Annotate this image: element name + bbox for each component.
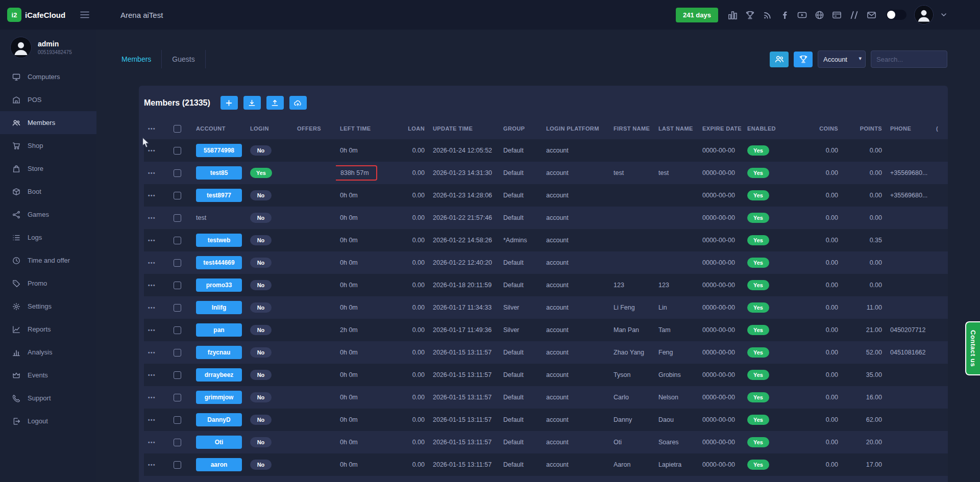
menu-toggle-icon[interactable] xyxy=(80,11,89,18)
cell-first_name: test xyxy=(609,162,654,184)
import-members-button[interactable] xyxy=(243,96,261,110)
sidebar-item-support[interactable]: Support xyxy=(0,387,96,410)
account-button[interactable]: DannyD xyxy=(196,413,242,426)
account-button[interactable]: fzycnau xyxy=(196,346,242,359)
row-checkbox[interactable] xyxy=(174,169,181,177)
sidebar-item-events[interactable]: Events xyxy=(0,364,96,387)
cell-group: Default xyxy=(499,274,542,296)
tab-guests[interactable]: Guests xyxy=(162,50,205,68)
cell-login: No xyxy=(246,453,293,476)
row-actions-icon[interactable]: ••• xyxy=(148,417,156,423)
row-checkbox[interactable] xyxy=(174,461,181,469)
account-button[interactable]: lnlifg xyxy=(196,301,242,314)
row-actions-icon[interactable]: ••• xyxy=(148,193,156,198)
rss-icon[interactable] xyxy=(763,10,772,20)
row-checkbox[interactable] xyxy=(174,192,181,199)
user-avatar[interactable] xyxy=(914,5,934,24)
row-checkbox[interactable] xyxy=(174,214,181,222)
cell-group: *Admins xyxy=(499,229,542,251)
member-row: •••test85Yes838h 57m0.002026-01-23 14:31… xyxy=(144,162,948,184)
row-checkbox[interactable] xyxy=(174,304,181,312)
cell-last_name: Tam xyxy=(654,319,698,341)
members-view-button[interactable] xyxy=(770,52,789,67)
account-button[interactable]: promo33 xyxy=(196,278,242,292)
sidebar-item-time-and-offer[interactable]: Time and offer xyxy=(0,249,96,272)
license-days-badge[interactable]: 241 days xyxy=(676,8,718,22)
sidebar-item-pos[interactable]: POS xyxy=(0,88,96,111)
members-panel: Members (21335) •••ACCOUNTLOGINOFFERSLEF… xyxy=(139,86,948,482)
cell-offers xyxy=(293,409,336,431)
row-checkbox[interactable] xyxy=(174,147,181,155)
row-checkbox[interactable] xyxy=(174,237,181,244)
account-button[interactable]: test8977 xyxy=(196,189,242,202)
theme-toggle[interactable] xyxy=(886,10,906,20)
account-button[interactable]: pan xyxy=(196,323,242,337)
sidebar-item-promo[interactable]: Promo xyxy=(0,272,96,295)
row-actions-icon[interactable]: ••• xyxy=(148,350,156,356)
row-actions-icon[interactable]: ••• xyxy=(148,260,156,266)
row-checkbox[interactable] xyxy=(174,394,181,401)
billing-icon[interactable] xyxy=(832,10,842,20)
row-checkbox[interactable] xyxy=(174,259,181,267)
row-actions-icon[interactable]: ••• xyxy=(148,395,156,400)
profile-caret-icon[interactable] xyxy=(941,13,946,16)
sidebar-item-shop[interactable]: Shop xyxy=(0,134,96,157)
tags-icon[interactable] xyxy=(849,10,859,20)
row-checkbox[interactable] xyxy=(174,349,181,357)
mail-icon[interactable] xyxy=(867,10,876,20)
row-actions-icon[interactable]: ••• xyxy=(148,170,156,176)
row-actions-icon[interactable]: ••• xyxy=(148,283,156,288)
select-all-checkbox[interactable] xyxy=(174,125,181,133)
row-checkbox[interactable] xyxy=(174,371,181,379)
sidebar-item-logs[interactable]: Logs xyxy=(0,226,96,249)
export-members-button[interactable] xyxy=(266,96,284,110)
row-actions-icon[interactable]: ••• xyxy=(148,215,156,221)
sidebar-item-logout[interactable]: Logout xyxy=(0,410,96,433)
sidebar-item-reports[interactable]: Reports xyxy=(0,318,96,341)
row-actions-icon[interactable]: ••• xyxy=(148,148,156,154)
row-actions-icon[interactable]: ••• xyxy=(148,462,156,468)
account-button[interactable]: aaron xyxy=(196,458,242,471)
row-checkbox[interactable] xyxy=(174,326,181,334)
cloud-backup-button[interactable] xyxy=(289,96,307,110)
cell-actions: ••• xyxy=(144,251,169,274)
facebook-icon[interactable] xyxy=(780,10,790,20)
sidebar-item-analysis[interactable]: Analysis xyxy=(0,341,96,364)
cell-update_time: 2026-01-15 13:11:57 xyxy=(429,409,499,431)
row-checkbox[interactable] xyxy=(174,439,181,446)
brand-logo-icon: i2 xyxy=(7,8,21,22)
youtube-icon[interactable] xyxy=(797,10,807,20)
sidebar-item-computers[interactable]: Computers xyxy=(0,65,96,88)
search-input[interactable] xyxy=(871,50,947,68)
row-actions-icon[interactable]: ••• xyxy=(148,327,156,333)
account-button[interactable]: test444669 xyxy=(196,256,242,269)
sidebar-item-boot[interactable]: Boot xyxy=(0,180,96,203)
trophy-icon[interactable] xyxy=(745,10,755,20)
sidebar-item-store[interactable]: Store xyxy=(0,157,96,180)
row-actions-icon[interactable]: ••• xyxy=(148,305,156,311)
account-button[interactable]: grimmjow xyxy=(196,391,242,404)
account-button[interactable]: drraybeez xyxy=(196,368,242,382)
filter-type-select[interactable]: Account xyxy=(818,50,866,68)
sidebar-item-games[interactable]: Games xyxy=(0,203,96,226)
sidebar-item-settings[interactable]: Settings xyxy=(0,295,96,318)
row-checkbox[interactable] xyxy=(174,416,181,424)
brand-logo[interactable]: i2 iCafeCloud xyxy=(7,8,65,22)
row-actions-icon[interactable]: ••• xyxy=(148,440,156,445)
podium-icon[interactable] xyxy=(728,10,738,20)
cell-coins: 0.00 xyxy=(802,274,842,296)
contact-us-button[interactable]: Contact us xyxy=(965,321,980,375)
account-button[interactable]: test85 xyxy=(196,166,242,180)
tab-members[interactable]: Members xyxy=(120,50,162,68)
account-button[interactable]: Oti xyxy=(196,436,242,449)
account-button[interactable]: 558774998 xyxy=(196,144,242,157)
globe-icon[interactable] xyxy=(815,10,824,20)
sidebar-item-members[interactable]: Members xyxy=(0,111,96,134)
row-actions-icon[interactable]: ••• xyxy=(148,238,156,243)
add-member-button[interactable] xyxy=(220,96,238,110)
cell-expire_date: 0000-00-00 xyxy=(698,409,743,431)
row-actions-icon[interactable]: ••• xyxy=(148,372,156,378)
row-checkbox[interactable] xyxy=(174,282,181,289)
ranking-button[interactable] xyxy=(794,52,813,67)
account-button[interactable]: testweb xyxy=(196,234,242,247)
